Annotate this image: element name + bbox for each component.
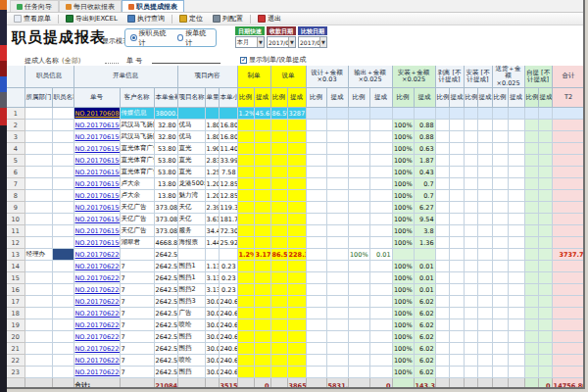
order-link[interactable]: NO.20170615011 bbox=[74, 131, 120, 143]
order-link[interactable]: NO.201706220012 bbox=[74, 367, 120, 378]
cell-employee bbox=[52, 308, 74, 319]
exit-button[interactable]: 退出 bbox=[255, 13, 284, 24]
cell-install-ratio: 100% bbox=[392, 296, 414, 308]
cell-install-comm: 6.02 bbox=[414, 308, 435, 319]
tab-label: 任务向导 bbox=[24, 2, 52, 12]
date-filter-label: 比较日期 bbox=[298, 26, 327, 35]
column-config-button[interactable]: 列配置 bbox=[210, 13, 246, 24]
cell-design-comm bbox=[326, 143, 348, 155]
cell-make-comm bbox=[254, 167, 270, 178]
cell-install2-ratio bbox=[464, 261, 477, 272]
cell-output-comm bbox=[369, 178, 392, 190]
cell-employee bbox=[52, 261, 74, 272]
cell-pickup-ratio bbox=[524, 367, 538, 378]
cell-install2-ratio bbox=[464, 319, 477, 331]
cell-make-comm bbox=[254, 202, 270, 214]
tab-staff-commission-report[interactable]: 职员提成报表 bbox=[122, 0, 184, 12]
edge-app-block-1[interactable] bbox=[0, 10, 7, 45]
cell-dept bbox=[24, 319, 52, 331]
edge-app-block-2[interactable] bbox=[0, 45, 7, 61]
edge-app-block-7[interactable] bbox=[0, 125, 7, 392]
cell-install2-ratio bbox=[464, 237, 477, 249]
cell-delivery-comm bbox=[508, 308, 524, 319]
cell-make-ratio bbox=[237, 331, 254, 343]
cell-customer: 直光体育广告 bbox=[120, 143, 154, 155]
cell-strip-ratio bbox=[435, 331, 449, 343]
row-number: 12 bbox=[7, 237, 24, 249]
order-link[interactable]: NO.20170622001 bbox=[74, 272, 120, 284]
date-filter-label: 收款日期 bbox=[267, 26, 296, 35]
report-header: 职员提成报表 显示模式 按职员统计按单统计 日期快速本月▼收款日期2017/06… bbox=[7, 25, 583, 53]
cell-install2-comm bbox=[477, 167, 492, 178]
order-link[interactable]: NO.20170615013 bbox=[74, 190, 120, 202]
mode-radio-1[interactable]: 按单统计 bbox=[177, 28, 211, 48]
order-link[interactable]: NO.20170615014 bbox=[74, 214, 120, 225]
edge-app-block-4[interactable] bbox=[0, 76, 7, 92]
cell-strip-comm bbox=[449, 296, 464, 308]
person-filter-underline bbox=[105, 63, 119, 64]
edge-app-block-0[interactable] bbox=[0, 0, 7, 10]
col-header-strip-comm: 提成 bbox=[449, 88, 464, 108]
order-link[interactable]: NO.20170615015 bbox=[74, 237, 120, 249]
cell-pickup-comm bbox=[538, 319, 552, 331]
edge-app-block-6[interactable] bbox=[0, 108, 7, 125]
order-link[interactable]: NO.20170615011 bbox=[74, 120, 120, 131]
order-link[interactable]: NO.20170615012 bbox=[74, 167, 120, 178]
tab-daily-receipts-report[interactable]: 每日收款报表 bbox=[59, 0, 122, 12]
cell-project: 围挡2 bbox=[177, 284, 205, 296]
cell-install2-ratio bbox=[464, 225, 477, 237]
order-link[interactable]: NO.20170622001 bbox=[74, 284, 120, 296]
order-no-input[interactable] bbox=[152, 63, 220, 64]
order-link[interactable]: NO.201706220011 bbox=[74, 308, 120, 319]
date-filter-select[interactable]: 本月▼ bbox=[235, 36, 265, 48]
table-row: 13经理办NO.201706220012642.51.2‰3.1786.5‰22… bbox=[7, 249, 585, 261]
cell-output-ratio bbox=[348, 143, 369, 155]
order-link[interactable]: NO.20170615014 bbox=[74, 225, 120, 237]
locate-icon bbox=[179, 15, 187, 23]
edge-app-block-3[interactable] bbox=[0, 61, 7, 76]
edge-app-block-5[interactable] bbox=[0, 92, 7, 108]
cell-set-ratio bbox=[270, 284, 287, 296]
cell-install-ratio: 100% bbox=[392, 308, 414, 319]
date-filter-select[interactable]: 2017/06/01▼ bbox=[267, 36, 296, 48]
order-link[interactable]: NO.20170622001 bbox=[74, 296, 120, 308]
toolbar-button-label: 执行查询 bbox=[137, 14, 165, 24]
order-link[interactable]: NO.20170622001 bbox=[74, 249, 120, 261]
cell-output-ratio bbox=[348, 167, 369, 178]
cell-design-comm bbox=[326, 343, 348, 355]
date-filter-select[interactable]: 2017/06/27▼ bbox=[298, 36, 327, 48]
cell-output-ratio bbox=[348, 319, 369, 331]
col-header-output-ratio: 比例 bbox=[348, 88, 369, 108]
show-commission-checkbox[interactable]: 显示制单/设单提成 bbox=[240, 55, 306, 65]
cell-install2-comm bbox=[477, 120, 492, 131]
order-link[interactable]: NO.20170615012 bbox=[74, 143, 120, 155]
cell-customer: 7 bbox=[120, 284, 154, 296]
cell-install2-comm bbox=[477, 225, 492, 237]
order-link[interactable]: NO.20170615013 bbox=[74, 178, 120, 190]
order-link[interactable]: NO.20170615012 bbox=[74, 155, 120, 167]
cell-set-ratio: 86.5‰ bbox=[270, 249, 287, 261]
order-link[interactable]: NO.20170622001 bbox=[74, 261, 120, 272]
total-output-ratio bbox=[348, 378, 369, 389]
order-link[interactable]: NO.201706220011 bbox=[74, 319, 120, 331]
total-delivery-comm bbox=[508, 378, 524, 389]
tab-task-wizard[interactable]: 任务向导 bbox=[10, 0, 59, 12]
cell-install2-ratio bbox=[464, 178, 477, 190]
cell-dept bbox=[24, 120, 52, 131]
locate-button[interactable]: 定位 bbox=[176, 13, 206, 24]
row-number: 6 bbox=[7, 167, 24, 178]
order-link[interactable]: NO.20170608011 bbox=[74, 108, 120, 120]
table-row: 21NO.20170622001272642.5围挡30.08240.68100… bbox=[7, 343, 585, 355]
run-query-button[interactable]: 执行查询 bbox=[124, 13, 168, 24]
order-link[interactable]: NO.201706220012 bbox=[74, 343, 120, 355]
order-link[interactable]: NO.201706220012 bbox=[74, 355, 120, 367]
row-number: 19 bbox=[7, 319, 24, 331]
export-excel-button[interactable]: 导出到EXCEL bbox=[63, 13, 121, 24]
col-header-set-comm: 提成 bbox=[287, 88, 306, 108]
order-link[interactable]: NO.20170615014 bbox=[74, 202, 120, 214]
order-link[interactable]: NO.201706220011 bbox=[74, 331, 120, 343]
cell-install-ratio: 100% bbox=[392, 167, 414, 178]
cell-design-comm bbox=[326, 272, 348, 284]
view-original-order-button[interactable]: 查看原单 bbox=[11, 13, 54, 24]
mode-radio-0[interactable]: 按职员统计 bbox=[130, 28, 171, 48]
